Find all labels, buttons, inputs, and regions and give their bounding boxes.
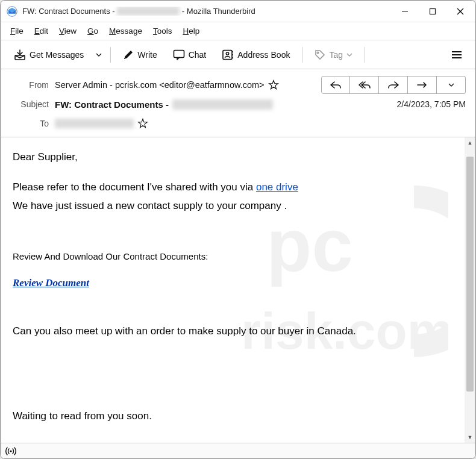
title-bar: FW: Contract Documents - xxxxxxxxxxxxxxx… xyxy=(1,1,475,22)
get-messages-button[interactable]: Get Messages xyxy=(8,46,90,64)
menu-message[interactable]: Message xyxy=(104,25,147,37)
app-menu-button[interactable] xyxy=(445,47,468,63)
menu-go[interactable]: Go xyxy=(83,25,103,37)
paragraph-3: Review And Download Our Contract Documen… xyxy=(13,250,453,264)
menu-edit[interactable]: Edit xyxy=(30,25,53,37)
message-body: pcrisk.com Dear Supplier, Please refer t… xyxy=(1,137,465,443)
get-messages-label: Get Messages xyxy=(30,50,84,60)
menu-bar: File Edit View Go Message Tools Help xyxy=(1,22,475,40)
paragraph-5: Can you also meet up with an order to ma… xyxy=(13,323,453,339)
reply-all-button[interactable] xyxy=(350,76,379,94)
review-document-link[interactable]: Review Document xyxy=(13,277,89,289)
scroll-up-button[interactable]: ▲ xyxy=(465,137,475,148)
reply-button[interactable] xyxy=(321,76,350,94)
chat-icon xyxy=(173,49,185,60)
separator xyxy=(302,47,302,63)
paragraph-2: We have just issued a new contact supply… xyxy=(13,198,453,214)
message-headers: From Server Admin - pcrisk.com <editor@e… xyxy=(1,69,475,137)
greeting: Dear Supplier, xyxy=(13,149,453,165)
download-icon xyxy=(14,49,26,60)
more-actions-button[interactable] xyxy=(437,76,466,94)
scroll-thumb[interactable] xyxy=(466,157,474,392)
address-book-button[interactable]: Address Book xyxy=(216,46,296,64)
date: 2/4/2023, 7:05 PM xyxy=(397,99,466,109)
menu-help[interactable]: Help xyxy=(178,25,204,37)
scrollbar[interactable]: ▲ ▼ xyxy=(465,137,475,443)
title-redacted: xxxxxxxxxxxxxxxx xyxy=(117,7,180,16)
redirect-button[interactable] xyxy=(408,76,437,94)
to-redacted: xxxxxxxxxxxxxxxxxx xyxy=(55,119,134,128)
content-wrap: pcrisk.com Dear Supplier, Please refer t… xyxy=(1,137,475,443)
subject-value: FW: Contract Documents - xxxxxxxxxxxxxxx… xyxy=(55,99,273,110)
close-button[interactable] xyxy=(446,1,474,22)
from-value: Server Admin - pcrisk.com <editor@eatfar… xyxy=(55,80,279,90)
menu-file[interactable]: File xyxy=(5,25,28,37)
get-messages-dropdown[interactable] xyxy=(93,49,104,60)
maximize-button[interactable] xyxy=(419,1,446,22)
to-label: To xyxy=(10,119,49,128)
paragraph-6: Waiting to read from you soon. xyxy=(13,408,453,424)
window-controls xyxy=(391,1,474,22)
p1-text: Please refer to the document I've shared… xyxy=(13,181,256,193)
chat-label: Chat xyxy=(189,50,207,60)
star-icon[interactable] xyxy=(268,80,279,90)
app-window: FW: Contract Documents - xxxxxxxxxxxxxxx… xyxy=(0,0,476,459)
pencil-icon xyxy=(123,49,134,60)
status-bar xyxy=(1,443,475,458)
onedrive-link[interactable]: one drive xyxy=(256,181,298,193)
tag-button[interactable]: Tag xyxy=(308,46,359,64)
app-icon xyxy=(7,6,17,17)
minimize-button[interactable] xyxy=(391,1,419,22)
from-text: Server Admin - pcrisk.com <editor@eatfar… xyxy=(55,80,265,90)
scroll-down-button[interactable]: ▼ xyxy=(465,432,475,443)
from-label: From xyxy=(10,80,49,90)
tag-icon xyxy=(315,49,325,60)
menu-view[interactable]: View xyxy=(54,25,81,37)
broadcast-icon[interactable] xyxy=(5,446,16,456)
toolbar: Get Messages Write Chat Address Book Tag xyxy=(1,40,475,69)
star-icon[interactable] xyxy=(137,118,148,129)
scroll-track[interactable] xyxy=(465,148,475,432)
subject-text: FW: Contract Documents - xyxy=(55,99,169,110)
write-label: Write xyxy=(137,50,157,60)
svg-point-8 xyxy=(227,52,229,54)
window-title: FW: Contract Documents - xxxxxxxxxxxxxxx… xyxy=(22,7,391,16)
separator xyxy=(110,47,111,63)
chat-button[interactable]: Chat xyxy=(167,46,213,64)
addressbook-label: Address Book xyxy=(237,50,290,60)
svg-rect-2 xyxy=(430,8,436,14)
subject-redacted: xxxxxxxxxxxxxxxxxxxx xyxy=(172,99,273,110)
svg-rect-6 xyxy=(174,50,184,57)
title-suffix: - Mozilla Thunderbird xyxy=(180,7,255,16)
write-button[interactable]: Write xyxy=(117,46,163,64)
menu-tools[interactable]: Tools xyxy=(148,25,177,37)
addressbook-icon xyxy=(222,49,234,60)
paragraph-1: Please refer to the document I've shared… xyxy=(13,180,453,195)
chevron-down-icon xyxy=(346,53,352,57)
title-prefix: FW: Contract Documents - xyxy=(22,7,117,16)
tag-label: Tag xyxy=(329,50,343,60)
svg-point-12 xyxy=(318,52,319,54)
to-value: xxxxxxxxxxxxxxxxxx xyxy=(55,118,148,129)
subject-label: Subject xyxy=(10,99,49,109)
forward-button[interactable] xyxy=(379,76,408,94)
separator xyxy=(365,47,365,63)
svg-point-18 xyxy=(10,450,11,452)
message-action-buttons xyxy=(321,76,466,94)
